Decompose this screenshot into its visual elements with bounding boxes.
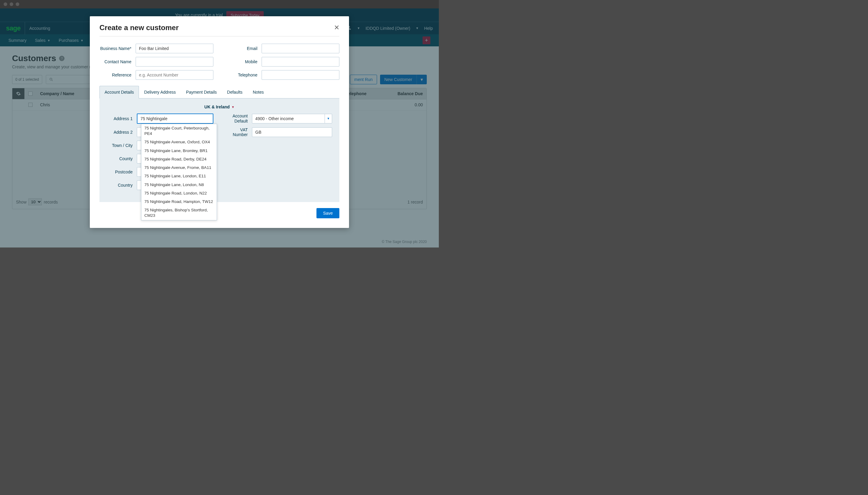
create-customer-modal: Create a new customer ✕ Business Name* C… bbox=[90, 16, 349, 228]
label-mobile[interactable]: Mobile bbox=[226, 59, 262, 64]
vat-number-input[interactable] bbox=[252, 127, 332, 137]
chevron-down-icon: ▼ bbox=[231, 105, 234, 109]
autocomplete-item[interactable]: 75 Nightingale Road, Hampton, TW12 bbox=[141, 198, 217, 206]
traffic-min[interactable] bbox=[10, 2, 13, 6]
mobile-input[interactable] bbox=[262, 57, 339, 67]
label-vat: VAT Number bbox=[226, 127, 252, 137]
label-county: County bbox=[107, 156, 137, 161]
autocomplete-item[interactable]: 75 Nightingale Lane, London, N8 bbox=[141, 181, 217, 189]
autocomplete-item[interactable]: 75 Nightingales, Bishop's Stortford, CM2… bbox=[141, 206, 217, 220]
modal-tabs: Account Details Delivery Address Payment… bbox=[99, 86, 339, 99]
tab-payment-details[interactable]: Payment Details bbox=[181, 86, 222, 98]
label-email: Email bbox=[226, 46, 262, 51]
tab-panel-account: UK & Ireland ▼ Address 1 Address 2 Town … bbox=[99, 99, 339, 202]
traffic-close[interactable] bbox=[4, 2, 7, 6]
autocomplete-item[interactable]: 75 Nightingale Lane, Bromley, BR1 bbox=[141, 147, 217, 155]
label-country: Country bbox=[107, 183, 137, 188]
account-default-select[interactable] bbox=[252, 114, 325, 123]
region-selector[interactable]: UK & Ireland ▼ bbox=[107, 104, 332, 109]
label-address2: Address 2 bbox=[107, 130, 137, 135]
window-chrome bbox=[0, 0, 439, 8]
contact-name-input[interactable] bbox=[136, 57, 213, 67]
label-account-default: Account Default bbox=[226, 114, 252, 124]
business-name-input[interactable] bbox=[136, 44, 213, 53]
label-contact-name: Contact Name bbox=[99, 59, 136, 64]
tab-account-details[interactable]: Account Details bbox=[99, 86, 139, 98]
autocomplete-item[interactable]: 75 Nightingale Lane, London, E11 bbox=[141, 172, 217, 181]
label-telephone: Telephone bbox=[226, 72, 262, 78]
tab-defaults[interactable]: Defaults bbox=[222, 86, 247, 98]
account-default-dropdown[interactable]: ▼ bbox=[325, 114, 332, 123]
save-button[interactable]: Save bbox=[316, 208, 339, 218]
traffic-max[interactable] bbox=[16, 2, 19, 6]
reference-input[interactable] bbox=[136, 70, 213, 80]
address1-input[interactable] bbox=[137, 114, 213, 124]
telephone-input[interactable] bbox=[262, 70, 339, 80]
autocomplete-item[interactable]: 75 Nightingale Road, Derby, DE24 bbox=[141, 155, 217, 164]
close-icon[interactable]: ✕ bbox=[334, 24, 339, 32]
address-autocomplete: 75 Nightingale Court, Peterborough, PE47… bbox=[141, 124, 217, 220]
email-input[interactable] bbox=[262, 44, 339, 53]
autocomplete-item[interactable]: 75 Nightingale Avenue, Oxford, OX4 bbox=[141, 138, 217, 146]
label-town: Town / City bbox=[107, 143, 137, 148]
autocomplete-item[interactable]: 75 Nightingale Avenue, Frome, BA11 bbox=[141, 164, 217, 172]
label-address1: Address 1 bbox=[107, 116, 137, 121]
autocomplete-item[interactable]: 75 Nightingale Road, London, N22 bbox=[141, 189, 217, 198]
modal-title: Create a new customer bbox=[99, 23, 179, 32]
autocomplete-item[interactable]: 75 Nightingale Court, Peterborough, PE4 bbox=[141, 124, 217, 138]
label-business-name: Business Name* bbox=[99, 46, 136, 51]
label-postcode: Postcode bbox=[107, 170, 137, 174]
tab-notes[interactable]: Notes bbox=[248, 86, 269, 98]
tab-delivery-address[interactable]: Delivery Address bbox=[139, 86, 181, 98]
label-reference: Reference bbox=[99, 72, 136, 78]
